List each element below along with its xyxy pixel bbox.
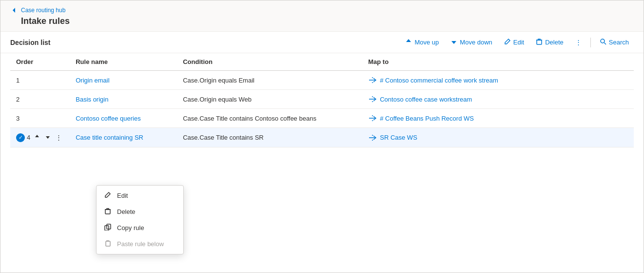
search-icon [600, 38, 606, 46]
table-container: Order Rule name Condition Map to 1Origin… [0, 53, 644, 273]
breadcrumb-parent[interactable]: Case routing hub [21, 7, 65, 14]
row-actions: ⋮ [32, 133, 64, 142]
col-rule-name: Rule name [70, 53, 177, 71]
map-to-cell: # Coffee Beans Push Record WS [362, 109, 634, 128]
more-button[interactable]: ⋮ [570, 36, 586, 48]
context-menu-item-edit[interactable]: Edit [97, 188, 183, 204]
svg-rect-18 [106, 241, 110, 246]
svg-rect-0 [537, 40, 542, 44]
menu-item-icon [104, 191, 112, 200]
edit-icon [504, 38, 511, 46]
col-order: Order [10, 53, 70, 71]
routing-icon [368, 76, 377, 84]
row-more-button[interactable]: ⋮ [54, 133, 64, 142]
map-to-link[interactable]: # Coffee Beans Push Record WS [380, 115, 474, 122]
row-selected-check: ✓ [16, 133, 25, 142]
delete-icon [104, 208, 111, 214]
row-move-up-button[interactable] [32, 133, 42, 142]
rule-name-link[interactable]: Case title containing SR [76, 134, 143, 141]
copy-icon [104, 224, 111, 231]
context-menu-item-paste-rule-below: Paste rule below [97, 236, 183, 252]
toolbar-actions: Move up Move down Edit Delete [400, 36, 634, 49]
menu-item-icon [104, 224, 112, 232]
order-cell: 3 [10, 109, 70, 128]
order-cell: 2 [10, 90, 70, 109]
map-to-cell: Contoso coffee case workstream [362, 90, 634, 109]
order-number: 2 [16, 96, 20, 103]
table-row[interactable]: 1Origin emailCase.Origin equals Email # … [10, 71, 634, 90]
toolbar: Decision list Move up Move down Edit [0, 32, 644, 53]
map-to-link[interactable]: Contoso coffee case workstream [380, 96, 472, 103]
rule-name-cell: Contoso coffee queries [70, 109, 177, 128]
map-to-cell: SR Case WS [362, 128, 634, 147]
rules-table: Order Rule name Condition Map to 1Origin… [10, 53, 634, 147]
edit-icon [104, 191, 111, 198]
svg-rect-15 [105, 210, 110, 214]
move-up-icon [405, 38, 412, 46]
col-map-to: Map to [362, 53, 634, 71]
rule-name-link[interactable]: Origin email [76, 77, 109, 84]
header: Case routing hub Intake rules [0, 0, 644, 32]
svg-point-1 [601, 39, 605, 43]
move-down-icon [450, 38, 457, 46]
rule-name-link[interactable]: Contoso coffee queries [76, 115, 140, 122]
delete-icon [536, 38, 543, 46]
page-wrapper: Case routing hub Intake rules Decision l… [0, 0, 644, 273]
condition-cell: Case.Case Title contains SR [177, 128, 362, 147]
order-cell: ✓ 4 ⋮ [10, 128, 70, 147]
context-menu-item-copy-rule[interactable]: Copy rule [97, 220, 183, 236]
table-row[interactable]: 2Basis originCase.Origin equals Web Cont… [10, 90, 634, 109]
table-header-row: Order Rule name Condition Map to [10, 53, 634, 71]
order-number: 4 [27, 134, 30, 141]
menu-item-icon [104, 240, 112, 248]
rule-name-cell: Basis origin [70, 90, 177, 109]
page-title: Intake rules [21, 16, 634, 26]
svg-line-2 [604, 43, 606, 45]
rule-name-cell: Origin email [70, 71, 177, 90]
edit-button[interactable]: Edit [499, 36, 529, 49]
map-to-content: SR Case WS [368, 133, 628, 142]
routing-icon [368, 114, 377, 123]
move-up-button[interactable]: Move up [400, 36, 444, 49]
routing-icon [368, 133, 377, 142]
menu-item-label: Edit [117, 192, 128, 199]
row-move-down-button[interactable] [43, 133, 53, 142]
map-to-content: Contoso coffee case workstream [368, 95, 628, 104]
condition-cell: Case.Case Title contains Contoso coffee … [177, 109, 362, 128]
context-menu: Edit Delete Copy rule Paste rule below [96, 185, 184, 254]
menu-item-label: Delete [117, 208, 136, 215]
section-label: Decision list [10, 39, 400, 46]
map-to-link[interactable]: SR Case WS [380, 134, 417, 141]
paste-icon [104, 240, 111, 247]
context-menu-item-delete[interactable]: Delete [97, 204, 183, 220]
menu-item-label: Copy rule [117, 224, 144, 231]
breadcrumb-row: Case routing hub [10, 6, 634, 14]
map-to-cell: # Contoso commercial coffee work stream [362, 71, 634, 90]
rule-name-link[interactable]: Basis origin [76, 96, 108, 103]
delete-button[interactable]: Delete [531, 36, 568, 49]
move-down-button[interactable]: Move down [446, 36, 497, 49]
table-row[interactable]: 3Contoso coffee queriesCase.Case Title c… [10, 109, 634, 128]
table-row[interactable]: ✓ 4 ⋮ Case title containing SRCase.Case … [10, 128, 634, 147]
condition-cell: Case.Origin equals Web [177, 90, 362, 109]
order-cell-content: ✓ 4 ⋮ [16, 133, 64, 142]
rule-name-cell: Case title containing SR [70, 128, 177, 147]
menu-item-icon [104, 208, 112, 216]
map-to-content: # Coffee Beans Push Record WS [368, 114, 628, 123]
condition-cell: Case.Origin equals Email [177, 71, 362, 90]
search-button[interactable]: Search [595, 36, 634, 49]
menu-item-label: Paste rule below [117, 240, 164, 248]
order-number: 1 [16, 77, 20, 84]
map-to-link[interactable]: # Contoso commercial coffee work stream [380, 77, 498, 84]
order-cell: 1 [10, 71, 70, 90]
back-button[interactable] [10, 6, 18, 14]
order-number: 3 [16, 115, 20, 122]
toolbar-separator [590, 38, 591, 47]
routing-icon [368, 95, 377, 104]
map-to-content: # Contoso commercial coffee work stream [368, 76, 628, 84]
col-condition: Condition [177, 53, 362, 71]
